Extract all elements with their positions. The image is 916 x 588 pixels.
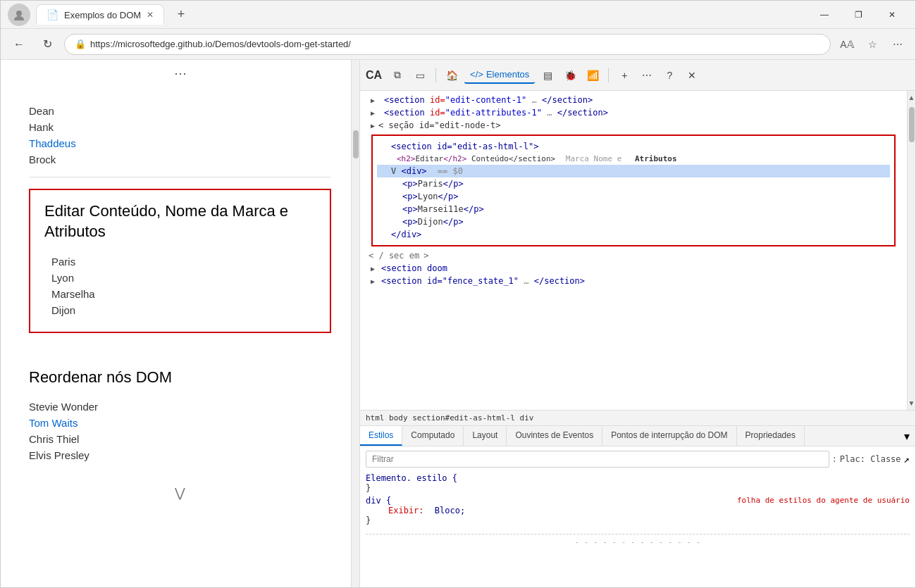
dom-area: ▶ <section id="edit-content-1" … </secti…	[360, 91, 915, 410]
styles-tabs: Estilos Computado Layout Ouvintes de Eve…	[360, 426, 915, 446]
triangle-edit-attributes[interactable]: ▶	[369, 108, 377, 117]
triangle-edit-content[interactable]: ▶	[369, 96, 377, 104]
read-aloud-icon[interactable]: A𝔸	[836, 34, 858, 55]
favorites-icon[interactable]: ☆	[862, 34, 883, 55]
tag-p-dijon: <p>	[402, 217, 418, 227]
breadcrumb-bar: html body section#edit-as-html-l div	[360, 410, 915, 426]
tab-estilos[interactable]: Estilos	[360, 426, 402, 446]
url-field[interactable]: 🔒 https://microsoftedge.github.io/Demos/…	[64, 34, 831, 55]
webpage-content: Dean Hank Thaddeus Brock Editar Conteúdo…	[1, 87, 359, 354]
edit-section: Editar Conteúdo, Nome da Marca eAtributo…	[29, 189, 331, 333]
dom-line-lyon: <p>Lyon</p>	[377, 190, 890, 203]
url-text: https://microsoftedge.github.io/Demos/de…	[90, 39, 351, 49]
text-paris: Paris	[418, 179, 443, 189]
scroll-down-arrow[interactable]: ▼	[908, 399, 915, 407]
help-icon[interactable]: ?	[660, 65, 679, 85]
tab-dom-breakpoints[interactable]: Pontos de interrupção do DOM	[602, 426, 736, 446]
tab-computado[interactable]: Computado	[402, 426, 464, 446]
dom-line-marseille: <p>Marsei11e</p>	[377, 203, 890, 215]
tag-section-1: <section	[384, 95, 425, 105]
city-marselha: Marselha	[44, 288, 316, 300]
dom-line-section-doom: ▶ <section doom	[366, 262, 901, 275]
devtools-toolbar: CA ⧉ ▭ 🏠 </> Elementos ▤ 🐞 📶 + ⋯ ? ✕	[360, 60, 915, 91]
close-section-1: </section>	[542, 95, 593, 105]
dom-line-edit-node: ▶ < seção id="edit-node-t>	[366, 119, 901, 132]
elements-bracket-icon: </>	[470, 69, 483, 80]
ellipsis-1: …	[532, 95, 542, 105]
devtools-scrollbar[interactable]: ▲ ▼	[907, 91, 915, 410]
network-icon[interactable]: 📶	[583, 65, 602, 85]
name-dean: Dean	[29, 105, 331, 117]
maximize-button[interactable]: ❐	[842, 4, 874, 26]
elements-tab-button[interactable]: </> Elementos	[464, 66, 535, 84]
tab-event-listeners[interactable]: Ouvintes de Eventos	[507, 426, 602, 446]
dom-line-edit-content: ▶ <section id="edit-content-1" … </secti…	[366, 94, 901, 106]
filter-right: Plac: Classe ↗	[840, 453, 910, 465]
tag-p-marseille: <p>	[402, 204, 418, 214]
more-tools-icon[interactable]: ⋯	[637, 65, 657, 85]
text-lyon: Lyon	[418, 192, 438, 201]
devtools-close-icon[interactable]: ✕	[682, 65, 702, 85]
scroll-up-arrow[interactable]: ▲	[908, 94, 915, 101]
name-thaddeus: Thaddeus	[29, 137, 331, 149]
webpage-scrollbar[interactable]	[351, 60, 359, 587]
text-dijon: Dijon	[418, 217, 443, 227]
dom-line-h2: <h2>Editar</h2> Conteúdo</section> Marca…	[377, 153, 890, 165]
address-icons: A𝔸 ☆ ⋯	[836, 34, 908, 55]
city-paris: Paris	[44, 256, 316, 268]
filter-icon[interactable]: ↗	[904, 453, 910, 465]
webpage-scroll-thumb[interactable]	[353, 130, 359, 158]
new-tab-button[interactable]: +	[170, 4, 192, 26]
css-declaration-display: Exibir: Bloco;	[377, 506, 910, 515]
css-selector-div: div {	[366, 496, 391, 506]
copy-icon[interactable]: ⧉	[388, 65, 407, 85]
dom-tree[interactable]: ▶ <section id="edit-content-1" … </secti…	[360, 91, 907, 410]
city-lyon: Lyon	[44, 272, 316, 284]
bug-icon[interactable]: 🐞	[560, 65, 580, 85]
styles-tab-more[interactable]: ▾	[904, 426, 915, 446]
css-source-agent: folha de estilos do agente de usuário	[737, 496, 910, 506]
tab-properties[interactable]: Propriedades	[737, 426, 805, 446]
attr-id-2: id=	[430, 108, 445, 118]
elements-label: Elementos	[486, 69, 529, 80]
close-button[interactable]: ✕	[876, 4, 908, 26]
address-bar: ← ↻ 🔒 https://microsoftedge.github.io/De…	[1, 29, 915, 60]
tag-edit-node: < seção id="edit-node-t>	[378, 120, 500, 130]
filter-input[interactable]	[366, 451, 829, 468]
close-secem-text: < / sec em	[369, 251, 419, 261]
name-brock: Brock	[29, 154, 331, 165]
minimize-button[interactable]: —	[808, 4, 841, 26]
city-list: Paris Lyon Marselha Dijon	[44, 256, 316, 316]
content-text: Conteúdo</section>	[471, 154, 555, 163]
toolbar-separator-2	[608, 68, 609, 82]
attr-val-2: "edit-attributes-1"	[445, 108, 542, 118]
dom-line-div-selected[interactable]: V <div> == $0	[377, 165, 890, 177]
back-button[interactable]: ←	[8, 33, 30, 56]
attr-val-1: "edit-content-1"	[445, 95, 527, 105]
home-icon[interactable]: 🏠	[442, 65, 462, 85]
red-outline-dom-box: <section id="edit-as-html-l"> <h2>Editar…	[371, 135, 896, 246]
refresh-button[interactable]: ↻	[36, 33, 58, 56]
browser-tab[interactable]: 📄 Exemplos do DOM ✕	[36, 4, 164, 25]
musician-elvis: Elvis Presley	[29, 449, 331, 461]
add-tool-icon[interactable]: +	[614, 65, 634, 85]
name-hank: Hank	[29, 121, 331, 133]
triangle-edit-node[interactable]: ▶	[369, 121, 377, 130]
names-list: Dean Hank Thaddeus Brock	[29, 105, 331, 165]
ellipsis-2: …	[547, 108, 557, 118]
triangle-doom[interactable]: ▶	[369, 264, 377, 273]
scroll-down-indicator: ⋁	[1, 480, 359, 506]
triangle-fence[interactable]: ▶	[369, 277, 377, 285]
css-rule-element-style: Elemento. estilo { }	[366, 473, 910, 493]
css-rule-div: div { folha de estilos do agente de usuá…	[366, 496, 910, 525]
tab-layout[interactable]: Layout	[464, 426, 507, 446]
devtools-scroll-thumb[interactable]	[909, 107, 915, 142]
tab-close-button[interactable]: ✕	[147, 10, 154, 20]
sidebar-icon[interactable]: ▭	[410, 65, 430, 85]
more-icon[interactable]: ⋯	[887, 34, 908, 55]
console-icon[interactable]: ▤	[538, 65, 557, 85]
text-marseille: Marsei11e	[418, 204, 464, 214]
profile-icon[interactable]	[8, 4, 30, 26]
tag-div: <div>	[401, 166, 426, 176]
v-label: V	[391, 166, 401, 176]
